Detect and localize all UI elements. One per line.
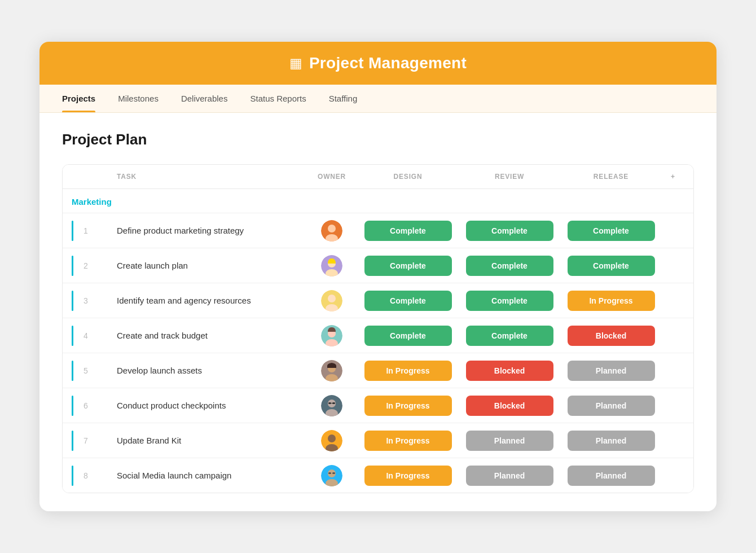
- nav-staffing[interactable]: Staffing: [329, 85, 358, 112]
- status-cell: Complete: [459, 253, 560, 278]
- status-cell: Planned: [459, 428, 560, 453]
- status-badge: In Progress: [364, 396, 452, 416]
- table-row[interactable]: 3 Identify team and agency resources Com…: [63, 283, 693, 318]
- header-banner: ▦ Project Management: [39, 42, 717, 85]
- status-cell: Blocked: [560, 323, 662, 348]
- status-cell: Complete: [357, 218, 459, 243]
- avatar: [321, 395, 342, 416]
- status-badge: Planned: [568, 431, 655, 451]
- svg-point-1: [328, 225, 336, 232]
- status-cell: Complete: [357, 288, 459, 313]
- svg-rect-18: [328, 402, 331, 404]
- row-num-label: 2: [83, 261, 88, 270]
- row-num-label: 5: [83, 366, 88, 375]
- svg-rect-28: [332, 472, 335, 474]
- col-design: DESIGN: [357, 173, 459, 181]
- content-area: Project Plan TASK OWNER DESIGN REVIEW RE…: [39, 113, 717, 511]
- owner-cell: [306, 255, 357, 276]
- svg-point-22: [328, 434, 336, 442]
- row-number: 2: [72, 256, 117, 276]
- status-badge: Complete: [568, 221, 655, 241]
- table-row[interactable]: 2 Create launch plan Complete Complete C…: [63, 248, 693, 283]
- nav-projects[interactable]: Projects: [62, 85, 95, 112]
- status-cell: Complete: [560, 253, 662, 278]
- row-number: 1: [72, 221, 117, 241]
- header-title: Project Management: [309, 54, 467, 72]
- task-name: Identify team and agency resources: [117, 296, 306, 305]
- left-bar: [72, 396, 73, 416]
- status-badge: Blocked: [466, 361, 553, 381]
- status-cell: In Progress: [357, 393, 459, 418]
- row-number: 6: [72, 396, 117, 416]
- left-bar: [72, 256, 73, 276]
- table-row[interactable]: 8 Social Media launch campaign In Progre…: [63, 458, 693, 493]
- status-cell: In Progress: [357, 358, 459, 383]
- nav-bar: Projects Milestones Deliverables Status …: [39, 85, 717, 113]
- left-bar: [72, 361, 73, 381]
- row-num-label: 8: [83, 471, 88, 480]
- table-row[interactable]: 1 Define product marketing strategy Comp…: [63, 213, 693, 248]
- col-add[interactable]: +: [662, 173, 684, 181]
- task-name: Define product marketing strategy: [117, 226, 306, 235]
- row-num-label: 6: [83, 401, 88, 410]
- table-row[interactable]: 5 Develop launch assets In Progress Bloc…: [63, 353, 693, 388]
- avatar: [321, 325, 342, 346]
- status-badge: In Progress: [364, 431, 452, 451]
- row-number: 7: [72, 431, 117, 451]
- table-row[interactable]: 4 Create and track budget Complete Compl…: [63, 318, 693, 353]
- row-num-label: 1: [83, 226, 88, 235]
- table-row[interactable]: 6 Conduct product checkpoints In Progres…: [63, 388, 693, 423]
- table-row[interactable]: 7 Update Brand Kit In Progress Planned P…: [63, 423, 693, 458]
- status-badge: Complete: [568, 256, 655, 276]
- owner-cell: [306, 290, 357, 311]
- status-badge: Planned: [466, 431, 553, 451]
- status-cell: Planned: [560, 358, 662, 383]
- status-badge: In Progress: [364, 466, 452, 486]
- section-label: Marketing: [72, 197, 112, 207]
- row-num-label: 4: [83, 331, 88, 340]
- status-cell: In Progress: [357, 463, 459, 488]
- status-badge: In Progress: [568, 291, 655, 311]
- task-name: Update Brand Kit: [117, 436, 306, 445]
- status-cell: Blocked: [459, 393, 560, 418]
- task-name: Develop launch assets: [117, 366, 306, 375]
- nav-deliverables[interactable]: Deliverables: [181, 85, 228, 112]
- status-badge: Complete: [364, 256, 452, 276]
- avatar: [321, 430, 342, 451]
- avatar: [321, 360, 342, 381]
- status-cell: Complete: [560, 218, 662, 243]
- status-cell: Complete: [357, 253, 459, 278]
- nav-milestones[interactable]: Milestones: [118, 85, 159, 112]
- nav-status-reports[interactable]: Status Reports: [250, 85, 306, 112]
- app-container: ▦ Project Management Projects Milestones…: [39, 42, 717, 511]
- row-number: 4: [72, 326, 117, 346]
- left-bar: [72, 466, 73, 486]
- col-review: REVIEW: [459, 173, 560, 181]
- row-num-label: 3: [83, 296, 88, 305]
- status-badge: Planned: [568, 466, 655, 486]
- status-cell: Complete: [459, 218, 560, 243]
- row-num-label: 7: [83, 436, 88, 445]
- status-badge: Planned: [568, 396, 655, 416]
- task-name: Create launch plan: [117, 261, 306, 270]
- status-badge: Complete: [466, 256, 553, 276]
- status-cell: Blocked: [459, 358, 560, 383]
- owner-cell: [306, 465, 357, 486]
- table-header: TASK OWNER DESIGN REVIEW RELEASE +: [63, 165, 693, 189]
- status-badge: Complete: [466, 221, 553, 241]
- header-icon: ▦: [289, 55, 302, 71]
- status-badge: In Progress: [364, 361, 452, 381]
- project-table: TASK OWNER DESIGN REVIEW RELEASE + Marke…: [62, 164, 694, 493]
- status-cell: Planned: [459, 463, 560, 488]
- task-name: Conduct product checkpoints: [117, 401, 306, 410]
- avatar: [321, 255, 342, 276]
- owner-cell: [306, 360, 357, 381]
- status-badge: Blocked: [568, 326, 655, 346]
- status-cell: Planned: [560, 428, 662, 453]
- avatar: [321, 220, 342, 242]
- status-cell: Planned: [560, 393, 662, 418]
- status-badge: Complete: [364, 291, 452, 311]
- task-name: Social Media launch campaign: [117, 471, 306, 480]
- left-bar: [72, 431, 73, 451]
- left-bar: [72, 326, 73, 346]
